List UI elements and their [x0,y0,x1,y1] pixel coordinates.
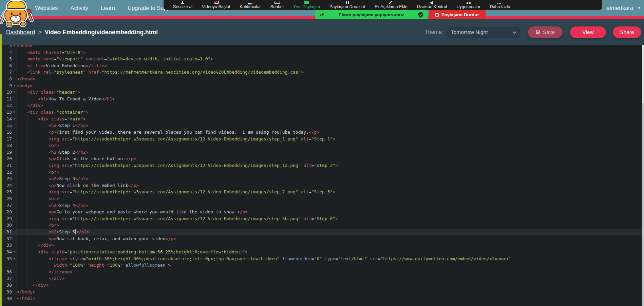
floppy-disk-icon [536,30,541,35]
code-text: <p>Now click on the embed link</p> [17,182,642,189]
nav-item-learn[interactable]: Learn [101,5,115,11]
code-line[interactable]: 20<p>Click on the share button.</p> [2,155,642,162]
toolbar-item-sohbet[interactable]: Sohbet [266,1,289,9]
fold-spacer [12,222,17,229]
neocities-logo[interactable] [1,0,33,28]
fold-spacer [12,129,17,136]
line-number: 8 [9,76,12,82]
code-line[interactable]: 35▾<iframe style="width:30%;height:30%;p… [2,255,642,262]
toolbar-item-yeni-payla-m[interactable]: Yeni Paylaşım [288,1,325,9]
code-line[interactable]: 6<title>Video Embedding</title> [2,62,642,69]
theme-select[interactable]: Tomorrow Night [447,27,520,38]
fold-arrow-icon[interactable]: ▾ [12,249,17,255]
code-text: </iframe> [17,269,642,275]
code-text: <head> [17,45,642,49]
code-line[interactable]: 4<meta charset="UTF-8"> [2,49,642,56]
code-editor[interactable]: 3▾<head>4<meta charset="UTF-8">5<meta na… [2,45,642,306]
toolbar-item-uygulamalar[interactable]: Uygulamalar [452,1,485,9]
code-line[interactable]: 18<br> [2,142,642,149]
code-line[interactable]: 16<p>First find your video, there are se… [2,129,642,136]
code-line[interactable]: 11<h1>How To Embed a Video</h1> [2,96,642,102]
toolbar-item-label: Sohbet [270,4,284,9]
share-button[interactable]: Share [613,26,641,38]
code-line[interactable]: 17<img src="https://studenthelper.w3spac… [2,136,642,142]
code-text: <br> [17,222,642,229]
line-number: 19 [6,149,12,156]
code-line[interactable]: 5<meta name="viewport" content="width=de… [2,56,642,62]
code-line[interactable]: 28<p>Go to your webpage and paste where … [2,209,642,215]
code-line[interactable]: 14▾<div class="main"> [2,116,642,122]
code-line[interactable]: 30<br> [2,222,642,229]
code-line[interactable]: 32<p>Now sit back, relax, and watch your… [2,235,642,242]
code-line[interactable]: 37</div> [2,275,642,282]
code-line[interactable]: 9▾<body> [2,82,642,89]
code-line[interactable]: 29<img src="https://studenthelper.w3spac… [2,215,642,222]
editor-scrollbar[interactable] [642,45,644,306]
code-text: <p>Click on the share button.</p> [17,155,642,162]
stop-share-button[interactable]: Paylaşımı Durdur [429,10,486,19]
toolbar-item-ek-a-klama-ekle[interactable]: Ek Açıklama Ekle [370,1,412,9]
code-line[interactable]: 19<h2>Step 2</h2> [2,149,642,156]
breadcrumb-dashboard-link[interactable]: Dashboard [6,29,35,36]
toolbar-item-label: Sessize al [173,4,192,9]
code-line[interactable]: 27<h2>Step 4</h2> [2,202,642,209]
nav-item-activity[interactable]: Activity [71,5,88,11]
code-line[interactable]: 40</html> [2,295,642,302]
remote-icon [429,1,435,4]
fold-arrow-icon[interactable]: ▾ [12,82,17,89]
toolbar-item-uzaktan-kontrol[interactable]: Uzaktan Kontrol [412,1,452,9]
scrollbar-thumb[interactable] [642,103,644,306]
line-number: 33 [6,242,12,249]
code-text: <body> [17,82,642,89]
toolbar-item-label: Uygulamalar [456,4,480,9]
code-line[interactable]: 22<br> [2,169,642,176]
toolbar-item-payla-m-duraklat[interactable]: Paylaşımı Duraklat [325,1,370,9]
toolbar-item-kat-l-mc-lar[interactable]: Katılımcılar [235,1,266,9]
username[interactable]: etmertkara [606,5,633,11]
line-number: 9 [9,82,12,89]
view-button[interactable]: View [570,26,606,38]
code-line[interactable]: 39</body> [2,289,642,295]
toolbar-item-videoyu-ba-lat[interactable]: Videoyu Başlat [197,1,235,9]
hard-hat [7,1,26,9]
toolbar-item-daha-fazla[interactable]: Daha fazla [485,1,515,9]
fold-spacer [12,275,17,282]
code-line[interactable]: 24<p>Now click on the embed link</p> [2,182,642,189]
paintbrush-icon [27,12,34,22]
code-line[interactable]: 12</div> [2,102,642,109]
code-line[interactable]: width="100%" height="100%" allowfullscre… [2,262,642,269]
code-line[interactable]: 13▾<div class="container"> [2,109,642,116]
code-line[interactable]: 15<h2>Step 1</h2> [2,122,642,129]
fold-arrow-icon[interactable]: ▾ [12,45,17,49]
fold-arrow-icon[interactable]: ▾ [12,255,17,262]
gutter: 36 [2,269,17,275]
code-line[interactable]: 10▾<div class="header"> [2,89,642,96]
line-number: 26 [6,195,12,202]
code-text: <div style="position:relative;padding-bo… [17,249,642,255]
code-line[interactable]: 34▾<div style="position:relative;padding… [2,249,642,255]
fold-arrow-icon[interactable]: ▾ [12,109,17,116]
fold-spacer [12,76,17,82]
code-text: <meta charset="UTF-8"> [17,49,642,56]
code-line[interactable]: 31<h2>Step 5</h2> [2,229,642,235]
save-button[interactable]: Save [528,26,563,38]
code-text: <iframe style="width:30%;height:30%;posi… [17,255,642,262]
gutter: 13▾ [2,109,17,116]
code-line[interactable]: 8</head> [2,76,642,82]
code-line[interactable]: 23<h2>Step 3</h2> [2,175,642,182]
code-line[interactable]: 38</div> [2,282,642,289]
nav-item-websites[interactable]: Websites [35,5,58,11]
chevron-down-icon[interactable]: ▼ [638,6,641,10]
toolbar-item-sessize-al[interactable]: Sessize al [168,1,197,9]
apps-icon [466,1,472,4]
code-line[interactable]: 26<br> [2,195,642,202]
fold-arrow-icon[interactable]: ▾ [12,116,17,122]
code-line[interactable]: 36</iframe> [2,269,642,275]
code-line[interactable]: 7<link rel="stylesheet" href="https://me… [2,69,642,76]
fold-arrow-icon[interactable]: ▾ [12,89,17,96]
code-line[interactable]: 3▾<head> [2,45,642,49]
code-line[interactable]: 33</div> [2,242,642,249]
code-line[interactable]: 21<img src="https://studenthelper.w3spac… [2,162,642,169]
code-line[interactable]: 25<img src="https://studenthelper.w3spac… [2,189,642,195]
code-text: <p>Go to your webpage and paste where yo… [17,209,642,215]
